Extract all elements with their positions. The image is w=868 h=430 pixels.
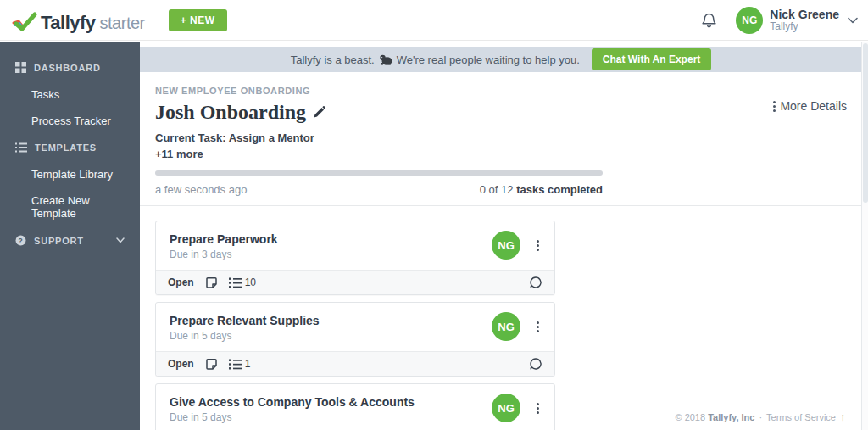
note-icon[interactable] [205, 358, 218, 371]
checklist-icon[interactable] [229, 277, 242, 288]
task-card-footer: Open 10 [156, 270, 554, 294]
task-card: Prepare Relevant Supplies Due in 5 days … [155, 302, 555, 377]
task-card-body[interactable]: Give Access to Company Tools & Accounts … [156, 384, 554, 430]
banner-text-after: We're real people waiting to help you. [397, 53, 580, 66]
task-card-body[interactable]: Prepare Relevant Supplies Due in 5 days … [156, 303, 554, 351]
copyright-text: © 2018 Tallyfy, Inc [675, 412, 754, 422]
sidebar-item-label: TEMPLATES [35, 142, 97, 153]
task-list: Prepare Paperwork Due in 3 days NG Open … [155, 221, 847, 430]
sidebar-item-dashboard[interactable]: DASHBOARD [0, 53, 140, 81]
sidebar-item-template-library[interactable]: Template Library [0, 161, 140, 187]
new-button[interactable]: + NEW [169, 9, 227, 31]
assignee-avatar[interactable]: NG [492, 394, 520, 422]
sidebar-item-support[interactable]: ? SUPPORT [0, 226, 140, 254]
chevron-down-icon[interactable] [848, 17, 858, 24]
assignee-avatar[interactable]: NG [492, 312, 520, 341]
list-icon [15, 142, 27, 153]
sidebar-item-label: DASHBOARD [34, 63, 101, 73]
sidebar-item-process-tracker[interactable]: Process Tracker [0, 108, 140, 134]
support-banner: Tallyfy is a beast. We're real people wa… [140, 47, 862, 72]
gorilla-icon [379, 53, 392, 69]
task-card-body[interactable]: Prepare Paperwork Due in 3 days NG [156, 221, 554, 270]
footer-separator: · [759, 412, 762, 422]
kebab-menu-icon[interactable] [533, 237, 542, 254]
user-menu[interactable]: Nick Greene Tallyfy [770, 8, 839, 33]
logo-text: Tallyfy [41, 12, 96, 34]
user-name: Nick Greene [770, 8, 839, 21]
chat-with-expert-button[interactable]: Chat With An Expert [592, 48, 711, 70]
sidebar-item-label: SUPPORT [34, 236, 84, 246]
comment-icon[interactable] [529, 357, 542, 371]
progress-bar [155, 170, 603, 176]
edit-pencil-icon[interactable] [313, 106, 326, 119]
page-title: Josh Onboarding [155, 101, 306, 124]
task-due-date: Due in 5 days [170, 411, 541, 423]
status-badge[interactable]: Open [168, 276, 194, 288]
task-title: Prepare Paperwork [170, 232, 541, 246]
current-task-label: Current Task: Assign a Mentor [155, 131, 847, 144]
tasks-completed-counter: 0 of 12 tasks completed [480, 183, 603, 196]
user-org: Tallyfy [770, 21, 839, 33]
breadcrumb[interactable]: NEW EMPLOYEE ONBOARDING [155, 86, 847, 96]
sidebar: DASHBOARD Tasks Process Tracker TEMPLATE… [0, 42, 140, 430]
task-title: Give Access to Company Tools & Accounts [170, 395, 541, 409]
topbar: Tallyfy starter + NEW NG Nick Greene Tal… [0, 0, 868, 41]
task-due-date: Due in 5 days [170, 330, 541, 342]
tallyfy-check-icon [12, 7, 41, 32]
page-footer: © 2018 Tallyfy, Inc · Terms of Service ↑ [675, 411, 845, 423]
kebab-menu-icon [773, 101, 776, 112]
sidebar-item-tasks[interactable]: Tasks [0, 81, 140, 108]
last-updated: a few seconds ago [155, 183, 247, 196]
more-details-button[interactable]: More Details [773, 99, 847, 113]
checklist-count: 1 [245, 358, 251, 370]
tallyfy-logo[interactable]: Tallyfy starter [12, 7, 145, 34]
task-title: Prepare Relevant Supplies [170, 314, 541, 327]
logo-plan-label: starter [100, 14, 145, 33]
svg-text:?: ? [19, 237, 24, 245]
question-icon: ? [15, 235, 26, 246]
banner-text-before: Tallyfy is a beast. [291, 53, 375, 66]
more-tasks-link[interactable]: +11 more [155, 148, 847, 160]
main-content: Tallyfy is a beast. We're real people wa… [140, 42, 862, 430]
checklist-count: 10 [245, 276, 256, 288]
grid-icon [15, 62, 26, 73]
assignee-avatar[interactable]: NG [492, 231, 520, 260]
task-card: Prepare Paperwork Due in 3 days NG Open … [155, 221, 555, 295]
notifications-bell-icon[interactable] [701, 12, 717, 29]
checklist-icon[interactable] [229, 359, 242, 370]
divider [140, 205, 862, 206]
comment-icon[interactable] [529, 276, 542, 289]
task-card-footer: Open 1 [156, 351, 554, 376]
more-details-label: More Details [780, 99, 847, 113]
terms-of-service-link[interactable]: Terms of Service [766, 412, 836, 422]
sidebar-item-create-new-template[interactable]: Create New Template [0, 187, 140, 226]
sidebar-item-templates[interactable]: TEMPLATES [0, 134, 140, 161]
chevron-down-icon [116, 237, 125, 243]
status-badge[interactable]: Open [168, 358, 194, 370]
kebab-menu-icon[interactable] [533, 318, 542, 336]
note-icon[interactable] [205, 276, 218, 289]
task-due-date: Due in 3 days [170, 249, 541, 260]
scrollbar-track[interactable] [861, 42, 868, 430]
user-avatar[interactable]: NG [736, 7, 763, 34]
back-to-top-icon[interactable]: ↑ [840, 411, 845, 423]
scrollbar-thumb[interactable] [863, 43, 868, 203]
task-card: Give Access to Company Tools & Accounts … [155, 383, 555, 430]
kebab-menu-icon[interactable] [533, 399, 542, 417]
